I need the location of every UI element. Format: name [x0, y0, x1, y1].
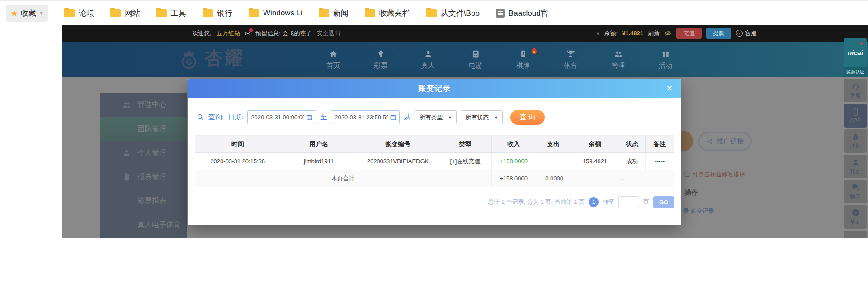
- col-remark[interactable]: 备注: [645, 136, 674, 153]
- col-record-id[interactable]: 账变编号: [357, 136, 439, 153]
- date-to-input[interactable]: [335, 114, 388, 121]
- favorites-button[interactable]: ★ 收藏 ▼: [6, 5, 48, 22]
- query-label: 查询:: [208, 113, 224, 122]
- live-icon: [424, 49, 433, 59]
- username-text[interactable]: 五万红钻: [217, 29, 240, 38]
- page-unit-label: 页: [643, 198, 649, 206]
- date-to-field[interactable]: [331, 110, 400, 124]
- bookmarks-bar: ★ 收藏 ▼ 论坛 网站 工具 银行 Windows Li 新闻 收藏夹栏 从文…: [0, 0, 868, 25]
- summary-rest: --: [571, 170, 674, 187]
- col-balance[interactable]: 余额: [571, 136, 619, 153]
- cell-balance: 159.4821: [571, 153, 619, 170]
- search-icon: [197, 113, 204, 121]
- site-logo[interactable]: G 杏耀: [177, 46, 244, 71]
- cert-subtitle: 奖源认证: [844, 67, 867, 77]
- bookmark-item[interactable]: 从文件\Boo: [426, 8, 480, 19]
- go-button[interactable]: GO: [653, 196, 674, 208]
- logo-text: 杏耀: [204, 46, 244, 71]
- bookmark-item[interactable]: Baacloud官: [496, 8, 548, 19]
- cell-record-id: 20200331VBIEIAEDGK: [357, 153, 439, 170]
- cell-username: jimbird1911: [281, 153, 357, 170]
- lottery-icon: [376, 49, 386, 59]
- bookmark-item[interactable]: 银行: [203, 8, 232, 19]
- reserved-info-text: 预留信息: 会飞的燕子: [255, 29, 311, 38]
- account-change-modal: 账变记录 ✕ 查询: 日期: 至 从 所有类型 ▼: [188, 79, 681, 225]
- bookmark-item[interactable]: Windows Li: [249, 9, 302, 18]
- nav-item-manage[interactable]: 管理: [604, 42, 632, 77]
- modal-title: 账变记录: [418, 83, 451, 94]
- status-select[interactable]: 所有状态 ▼: [461, 110, 503, 124]
- col-expense[interactable]: 支出: [536, 136, 571, 153]
- goto-label: 转至: [603, 198, 614, 206]
- activity-icon: [661, 49, 670, 59]
- nav-item-activity[interactable]: 活动: [651, 42, 680, 77]
- cell-time: 2020-03-31 20:15:36: [195, 153, 281, 170]
- bookmark-item[interactable]: 论坛: [64, 8, 94, 19]
- star-icon: ★: [10, 9, 18, 18]
- mail-icon[interactable]: ✉: [245, 30, 251, 37]
- egame-icon: [471, 49, 481, 59]
- sports-icon: [566, 49, 576, 59]
- service-link[interactable]: ··· 客服: [736, 29, 757, 38]
- close-icon[interactable]: ✕: [666, 79, 673, 98]
- bookmark-item[interactable]: 新闻: [319, 8, 349, 19]
- site-page: 欢迎您, 五万红钻 ✉ 预留信息: 会飞的燕子 安全退出 ∨ 余额: ¥1.48…: [62, 25, 868, 238]
- welcome-text: 欢迎您,: [192, 29, 212, 38]
- account-change-table: 时间 用户名 账变编号 类型 收入 支出 余额 状态 备注 2020-03-31…: [195, 135, 674, 187]
- main-nav: G 杏耀 首页 彩票 真人 电游 棋牌: [62, 42, 868, 77]
- bookmark-item[interactable]: 收藏夹栏: [365, 8, 410, 19]
- col-username[interactable]: 用户名: [281, 136, 357, 153]
- chevron-down-icon[interactable]: ▼: [39, 10, 44, 16]
- cell-income: +158.0000: [491, 153, 536, 170]
- nav-item-sports[interactable]: 体育: [556, 42, 585, 77]
- document-icon: [496, 9, 505, 18]
- current-page-button[interactable]: 1: [589, 197, 599, 207]
- nav-item-chess[interactable]: 棋牌: [509, 42, 538, 77]
- summary-row: 本页合计 +158.0000 -0.0000 --: [195, 170, 674, 187]
- goto-page-input[interactable]: [618, 196, 639, 208]
- col-type[interactable]: 类型: [439, 136, 491, 153]
- eye-slash-icon[interactable]: [664, 29, 672, 37]
- cell-status: 成功: [619, 153, 645, 170]
- refresh-link[interactable]: 刷新: [648, 29, 660, 38]
- chevron-down-icon[interactable]: ∨: [596, 31, 599, 36]
- manage-icon: [613, 49, 623, 59]
- calendar-icon[interactable]: [306, 114, 313, 121]
- cell-remark: -----: [645, 153, 674, 170]
- cell-type: [+]在线充值: [439, 153, 491, 170]
- cert-logo: ✱nicai: [844, 38, 867, 67]
- col-time[interactable]: 时间: [195, 136, 281, 153]
- bookmark-item[interactable]: 工具: [156, 8, 186, 19]
- date-from-input[interactable]: [251, 114, 304, 121]
- to-label: 至: [320, 113, 327, 122]
- date-label: 日期:: [228, 113, 243, 122]
- favorites-label: 收藏: [21, 8, 36, 19]
- cell-expense: [536, 153, 571, 170]
- calendar-icon[interactable]: [390, 114, 396, 121]
- folder-icon: [319, 9, 329, 17]
- recharge-button[interactable]: 充值: [676, 28, 702, 39]
- board-icon: [519, 49, 528, 59]
- logout-link[interactable]: 安全退出: [316, 29, 340, 38]
- nav-item-live[interactable]: 真人: [414, 42, 443, 77]
- table-row: 2020-03-31 20:15:36 jimbird1911 20200331…: [195, 153, 674, 170]
- date-from-field[interactable]: [247, 110, 316, 124]
- svg-text:G: G: [186, 57, 192, 66]
- nav-item-egames[interactable]: 电游: [461, 42, 490, 77]
- query-submit-button[interactable]: 查 询: [510, 110, 545, 125]
- type-select[interactable]: 所有类型 ▼: [415, 110, 457, 124]
- account-topbar: 欢迎您, 五万红钻 ✉ 预留信息: 会飞的燕子 安全退出 ∨ 余额: ¥1.48…: [62, 25, 868, 42]
- withdraw-button[interactable]: 提款: [706, 28, 731, 39]
- folder-icon: [110, 9, 121, 17]
- col-status[interactable]: 状态: [619, 136, 645, 153]
- nav-item-home[interactable]: 首页: [319, 42, 348, 77]
- folder-icon: [203, 9, 213, 17]
- cert-badge[interactable]: ✱nicai 奖源认证: [844, 38, 867, 77]
- col-income[interactable]: 收入: [491, 136, 536, 153]
- bookmark-item[interactable]: 网站: [110, 8, 140, 19]
- nav-item-lottery[interactable]: 彩票: [366, 42, 395, 77]
- summary-label: 本页合计: [195, 170, 491, 187]
- folder-icon: [249, 9, 259, 17]
- folder-icon: [64, 9, 75, 17]
- balance-label: 余额:: [604, 29, 618, 38]
